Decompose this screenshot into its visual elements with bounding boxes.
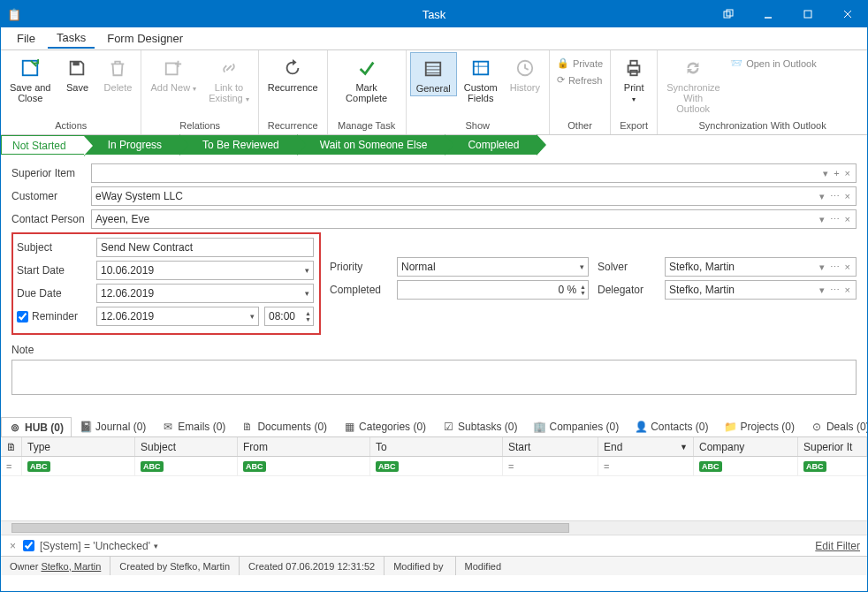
- more-icon[interactable]: ⋯: [828, 262, 841, 273]
- close-button[interactable]: [827, 1, 867, 27]
- note-textarea[interactable]: [11, 360, 857, 395]
- customer-lookup[interactable]: eWay System LLC ▾⋯×: [91, 186, 857, 206]
- superior-lookup[interactable]: ▾+×: [91, 163, 857, 183]
- clear-icon[interactable]: ×: [843, 191, 852, 202]
- grid-hscrollbar[interactable]: [1, 520, 867, 535]
- group-relations-label: Relations: [145, 118, 254, 134]
- startdate-input[interactable]: 10.06.2019▾: [96, 261, 314, 280]
- tab-journal[interactable]: 📓Journal (0): [72, 416, 154, 436]
- filter-dropdown-icon[interactable]: ▾: [154, 542, 158, 550]
- menu-tasks[interactable]: Tasks: [48, 28, 95, 49]
- custom-fields-button[interactable]: Custom Fields: [459, 52, 503, 105]
- col-to[interactable]: To: [370, 437, 503, 456]
- spinner-down-icon[interactable]: ▼: [305, 316, 311, 323]
- contact-lookup[interactable]: Ayeen, Eve ▾⋯×: [91, 209, 857, 229]
- clear-icon[interactable]: ×: [843, 285, 852, 296]
- filter-to[interactable]: ABC: [370, 457, 503, 475]
- filter-start[interactable]: =: [503, 457, 598, 475]
- col-end[interactable]: End▼: [598, 437, 694, 456]
- col-start[interactable]: Start: [503, 437, 598, 456]
- add-icon[interactable]: +: [832, 168, 841, 179]
- status-to-be-reviewed[interactable]: To Be Reviewed: [179, 135, 297, 155]
- tab-companies[interactable]: 🏢Companies (0): [525, 416, 627, 436]
- clear-icon[interactable]: ×: [843, 262, 852, 273]
- dropdown-icon[interactable]: ▾: [821, 168, 830, 179]
- duedate-input[interactable]: 12.06.2019▾: [96, 284, 314, 303]
- col-type[interactable]: Type: [22, 437, 135, 456]
- tab-contacts[interactable]: 👤Contacts (0): [627, 416, 716, 436]
- tab-categories[interactable]: ▦Categories (0): [335, 416, 434, 436]
- general-view-button[interactable]: General: [410, 52, 457, 96]
- completed-input[interactable]: 0 %▲▼: [397, 280, 589, 300]
- tab-emails[interactable]: ✉Emails (0): [154, 416, 233, 436]
- status-wait[interactable]: Wait on Someone Else: [297, 135, 445, 155]
- status-not-started[interactable]: Not Started: [1, 135, 85, 155]
- dropdown-icon[interactable]: ▾: [818, 262, 826, 273]
- chevron-down-icon[interactable]: ▾: [305, 289, 309, 298]
- chevron-down-icon[interactable]: ▾: [580, 262, 584, 271]
- delete-button[interactable]: Delete: [98, 52, 137, 95]
- save-and-close-button[interactable]: Save and Close: [4, 52, 56, 105]
- clear-icon[interactable]: ×: [843, 168, 852, 179]
- col-from[interactable]: From: [238, 437, 370, 456]
- minimize-button[interactable]: [748, 1, 788, 27]
- subject-input[interactable]: Send New Contract: [96, 238, 314, 257]
- priority-combo[interactable]: Normal▾: [397, 257, 589, 277]
- recurrence-button[interactable]: Recurrence: [263, 52, 324, 95]
- tab-hub[interactable]: ⊚HUB (0): [1, 417, 72, 437]
- menu-form-designer[interactable]: Form Designer: [98, 29, 192, 48]
- refresh-button[interactable]: ⟳Refresh: [553, 72, 606, 87]
- filter-type[interactable]: ABC: [22, 457, 135, 475]
- col-company[interactable]: Company: [694, 437, 798, 456]
- spinner-down-icon[interactable]: ▼: [580, 290, 586, 296]
- save-button[interactable]: Save: [57, 52, 96, 95]
- chevron-down-icon[interactable]: ▾: [250, 312, 255, 321]
- history-button[interactable]: History: [505, 52, 545, 95]
- delegator-lookup[interactable]: Stefko, Martin▾⋯×: [665, 280, 857, 300]
- maximize-button[interactable]: [788, 1, 827, 27]
- spinner-up-icon[interactable]: ▲: [580, 284, 586, 290]
- tab-deals[interactable]: ⊙Deals (0): [803, 416, 867, 436]
- sync-outlook-button[interactable]: Synchronize With Outlook: [661, 52, 725, 116]
- filter-company[interactable]: ABC: [694, 457, 798, 475]
- col-icon[interactable]: 🗎: [1, 437, 22, 456]
- tab-subtasks[interactable]: ☑Subtasks (0): [434, 416, 525, 436]
- filter-enable-checkbox[interactable]: [23, 540, 34, 551]
- col-subject[interactable]: Subject: [135, 437, 238, 456]
- edit-filter-link[interactable]: Edit Filter: [815, 540, 860, 552]
- status-in-progress[interactable]: In Progress: [85, 135, 179, 155]
- more-icon[interactable]: ⋯: [828, 191, 841, 202]
- tab-projects[interactable]: 📁Projects (0): [717, 416, 803, 436]
- filter-close-icon[interactable]: ×: [8, 540, 18, 552]
- filter-from[interactable]: ABC: [238, 457, 370, 475]
- chevron-down-icon[interactable]: ▾: [305, 266, 309, 275]
- reminder-time-input[interactable]: 08:00▲▼: [264, 307, 314, 326]
- dropdown-icon[interactable]: ▾: [818, 285, 826, 296]
- col-superior[interactable]: Superior It: [798, 437, 867, 456]
- dropdown-icon[interactable]: ▾: [818, 214, 826, 225]
- filter-icon-cell[interactable]: =: [1, 457, 22, 475]
- label-priority: Priority: [330, 261, 392, 273]
- clear-icon[interactable]: ×: [843, 214, 852, 225]
- reminder-checkbox[interactable]: [17, 311, 28, 323]
- dropdown-icon[interactable]: ▾: [818, 191, 826, 202]
- print-button[interactable]: Print▾: [614, 52, 653, 107]
- more-icon[interactable]: ⋯: [828, 285, 841, 296]
- add-new-button[interactable]: Add New ▾: [145, 52, 202, 96]
- filter-subject[interactable]: ABC: [135, 457, 238, 475]
- reminder-date-input[interactable]: 12.06.2019▾: [96, 307, 259, 326]
- tab-documents[interactable]: 🗎Documents (0): [233, 416, 335, 436]
- solver-lookup[interactable]: Stefko, Martin▾⋯×: [665, 257, 857, 277]
- mark-complete-button[interactable]: Mark Complete: [331, 52, 402, 105]
- spinner-up-icon[interactable]: ▲: [305, 310, 311, 316]
- status-completed[interactable]: Completed: [445, 135, 537, 155]
- maximize-doc-button[interactable]: [708, 1, 748, 27]
- filter-end[interactable]: =: [598, 457, 694, 475]
- link-existing-button[interactable]: Link to Existing ▾: [203, 52, 255, 107]
- more-icon[interactable]: ⋯: [828, 214, 841, 225]
- menu-file[interactable]: File: [8, 29, 44, 48]
- tabstrip: ⊚HUB (0) 📓Journal (0) ✉Emails (0) 🗎Docum…: [1, 416, 867, 437]
- filter-superior[interactable]: ABC: [798, 457, 867, 475]
- open-in-outlook-button[interactable]: 📨Open in Outlook: [727, 56, 820, 71]
- private-button[interactable]: 🔒Private: [553, 56, 606, 71]
